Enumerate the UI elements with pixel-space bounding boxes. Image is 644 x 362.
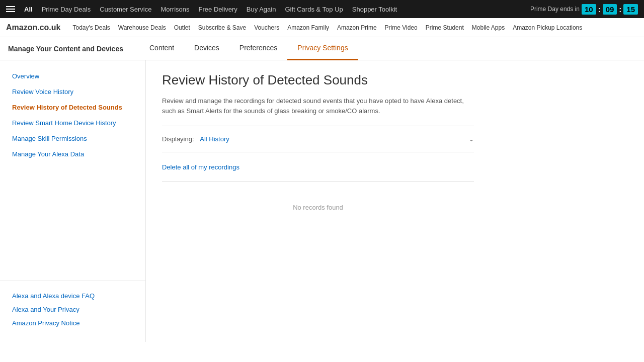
topnav-prime-day-deals[interactable]: Prime Day Deals — [42, 6, 91, 13]
no-records-message: No records found — [162, 188, 474, 227]
topnav-gift-cards[interactable]: Gift Cards & Top Up — [285, 6, 343, 13]
tab-privacy-settings[interactable]: Privacy Settings — [287, 37, 358, 60]
secondarynav-vouchers[interactable]: Vouchers — [254, 24, 279, 31]
content-description: Review and manage the recordings for det… — [162, 96, 469, 116]
secondarynav-mobile-apps[interactable]: Mobile Apps — [472, 24, 505, 31]
sidebar-amazon-privacy-notice[interactable]: Amazon Privacy Notice — [12, 316, 133, 330]
amazon-logo[interactable]: Amazon.co.uk — [6, 23, 60, 32]
sidebar-alexa-privacy[interactable]: Alexa and Your Privacy — [12, 303, 133, 316]
sidebar-alexa-faq[interactable]: Alexa and Alexa device FAQ — [12, 289, 133, 303]
displaying-label: Displaying: — [162, 135, 194, 143]
topnav-buy-again[interactable]: Buy Again — [247, 6, 276, 13]
secondarynav-todays-deals[interactable]: Today's Deals — [72, 24, 110, 31]
secondary-nav: Amazon.co.uk Today's Deals Warehouse Dea… — [0, 18, 644, 37]
timer-sep-2: : — [619, 5, 621, 14]
sidebar: Overview Review Voice History Review His… — [0, 60, 146, 342]
main-layout: Overview Review Voice History Review His… — [0, 60, 644, 342]
tabs: Content Devices Preferences Privacy Sett… — [139, 37, 358, 60]
content-area: Review History of Detected Sounds Review… — [146, 60, 644, 342]
page-title: Manage Your Content and Devices — [8, 45, 123, 53]
topnav-free-delivery[interactable]: Free Delivery — [199, 6, 237, 13]
tab-preferences[interactable]: Preferences — [229, 37, 287, 60]
content-title: Review History of Detected Sounds — [162, 72, 628, 88]
secondarynav-warehouse-deals[interactable]: Warehouse Deals — [118, 24, 166, 31]
sidebar-top: Overview Review Voice History Review His… — [0, 68, 145, 162]
hamburger-menu[interactable] — [6, 6, 15, 12]
timer-sep-1: : — [598, 5, 601, 14]
displaying-label-group: Displaying: All History — [162, 135, 229, 143]
tab-devices[interactable]: Devices — [184, 37, 229, 60]
sidebar-manage-alexa-data[interactable]: Manage Your Alexa Data — [0, 146, 145, 162]
sidebar-overview[interactable]: Overview — [0, 68, 145, 84]
secondarynav-amazon-prime[interactable]: Amazon Prime — [337, 24, 377, 31]
timer-label: Prime Day ends in — [530, 6, 580, 13]
sidebar-nav: Overview Review Voice History Review His… — [0, 68, 145, 162]
topnav-shopper-toolkit[interactable]: Shopper Toolkit — [352, 6, 397, 13]
tab-content[interactable]: Content — [139, 37, 184, 60]
delete-recordings-link[interactable]: Delete all of my recordings — [162, 158, 474, 175]
topnav-morrisons[interactable]: Morrisons — [160, 6, 189, 13]
displaying-value: All History — [200, 135, 229, 143]
timer-seconds: 15 — [623, 4, 638, 15]
prime-day-timer: Prime Day ends in 10 : 09 : 15 — [530, 4, 638, 15]
sidebar-manage-skill-permissions[interactable]: Manage Skill Permissions — [0, 131, 145, 146]
sidebar-review-voice-history[interactable]: Review Voice History — [0, 84, 145, 100]
secondarynav-prime-video[interactable]: Prime Video — [385, 24, 418, 31]
chevron-down-icon[interactable]: ⌄ — [469, 136, 474, 143]
timer-hours: 10 — [582, 4, 596, 15]
displaying-row: Displaying: All History ⌄ — [162, 132, 474, 146]
secondarynav-pickup-locations[interactable]: Amazon Pickup Locations — [513, 24, 582, 31]
divider-top — [162, 126, 474, 126]
secondarynav-subscribe-save[interactable]: Subscribe & Save — [198, 24, 246, 31]
secondarynav-amazon-family[interactable]: Amazon Family — [287, 24, 329, 31]
topnav-customer-service[interactable]: Customer Service — [100, 6, 151, 13]
top-nav: All Prime Day Deals Customer Service Mor… — [0, 0, 644, 18]
sidebar-bottom: Alexa and Alexa device FAQ Alexa and You… — [0, 281, 145, 334]
secondarynav-outlet[interactable]: Outlet — [174, 24, 190, 31]
sidebar-review-detected-sounds[interactable]: Review History of Detected Sounds — [0, 100, 145, 115]
sidebar-review-smart-home[interactable]: Review Smart Home Device History — [0, 115, 145, 131]
secondarynav-prime-student[interactable]: Prime Student — [426, 24, 464, 31]
page-header: Manage Your Content and Devices Content … — [0, 37, 644, 60]
divider-bottom — [162, 181, 474, 182]
divider-middle — [162, 152, 474, 152]
all-label: All — [24, 6, 33, 13]
timer-minutes: 09 — [603, 4, 617, 15]
